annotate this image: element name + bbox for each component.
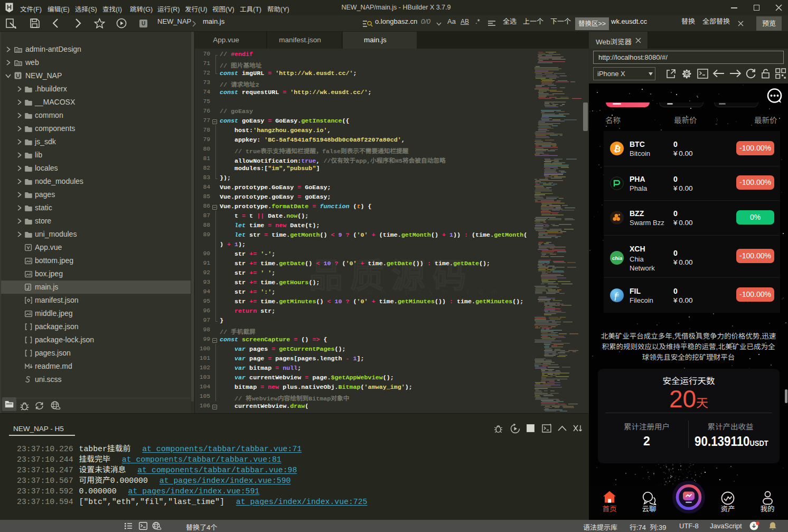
svg-text:chia: chia [612,255,622,261]
